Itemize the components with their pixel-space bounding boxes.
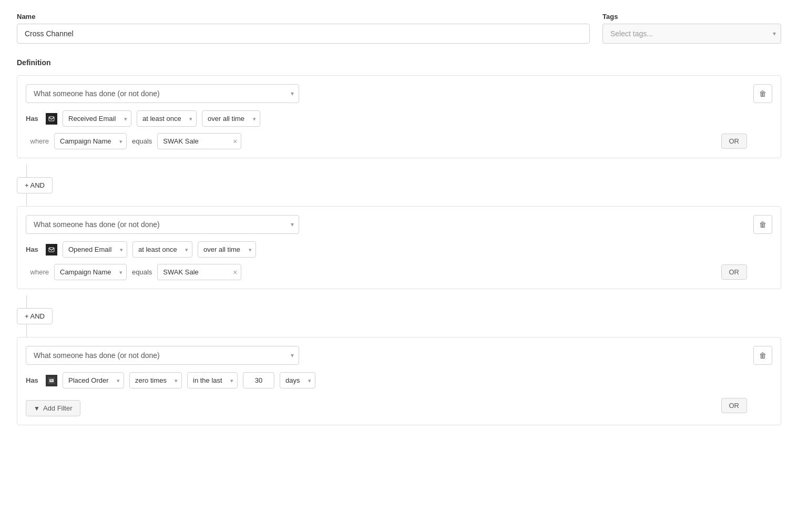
trash-icon-2: 🗑 bbox=[759, 220, 766, 229]
condition-3-or-btn[interactable]: OR bbox=[721, 398, 748, 413]
condition-3-event-wrapper: Placed Order bbox=[63, 372, 124, 388]
name-label: Name bbox=[17, 13, 590, 21]
condition-2-time-select[interactable]: over all time bbox=[198, 241, 256, 258]
tags-select[interactable]: Select tags... bbox=[602, 24, 781, 44]
tags-label: Tags bbox=[602, 13, 781, 21]
condition-3-event-select[interactable]: Placed Order bbox=[63, 372, 124, 388]
condition-1-value-wrapper: × bbox=[157, 133, 241, 149]
condition-1-has-row: Has Received Email bbox=[26, 110, 747, 127]
filter-icon: ▼ bbox=[34, 405, 40, 412]
condition-3-days-wrapper: days bbox=[280, 372, 315, 388]
condition-2-content: What someone has done (or not done) Has bbox=[26, 215, 747, 280]
condition-1-equals-label: equals bbox=[132, 137, 152, 145]
condition-1-prop-wrapper: Campaign Name bbox=[54, 133, 127, 149]
trash-icon-1: 🗑 bbox=[759, 89, 766, 98]
condition-2-event-wrapper: Opened Email bbox=[63, 241, 127, 258]
condition-2-prop-wrapper: Campaign Name bbox=[54, 264, 127, 280]
condition-2-value-wrapper: × bbox=[157, 264, 241, 280]
condition-1-freq-wrapper: at least once bbox=[137, 110, 197, 127]
condition-3-time-select[interactable]: in the last bbox=[187, 372, 238, 388]
condition-2-where-or-row: where Campaign Name equals × OR bbox=[26, 264, 747, 280]
condition-1-time-wrapper: over all time bbox=[202, 110, 260, 127]
condition-2-event-icon bbox=[46, 244, 57, 255]
condition-1-has-label: Has bbox=[26, 115, 40, 122]
condition-1-time-select[interactable]: over all time bbox=[202, 110, 260, 127]
condition-1-where-label: where bbox=[26, 137, 49, 145]
condition-3-freq-wrapper: zero times bbox=[129, 372, 182, 388]
condition-2-value-input[interactable] bbox=[157, 264, 241, 280]
name-field-group: Name bbox=[17, 13, 590, 44]
condition-1-where-left: where Campaign Name equals × bbox=[26, 133, 241, 149]
tags-field-group: Tags Select tags... bbox=[602, 13, 781, 44]
condition-3-has-label: Has bbox=[26, 376, 40, 384]
condition-2-prop-select[interactable]: Campaign Name bbox=[54, 264, 127, 280]
condition-1-value-input[interactable] bbox=[157, 133, 241, 149]
condition-3-icon-group bbox=[46, 375, 57, 386]
condition-3-freq-select[interactable]: zero times bbox=[129, 372, 182, 388]
condition-1-event-wrapper: Received Email bbox=[63, 110, 131, 127]
condition-3-time-wrapper: in the last bbox=[187, 372, 238, 388]
condition-2-where-label: where bbox=[26, 268, 49, 276]
condition-3-content: What someone has done (or not done) Has bbox=[26, 346, 747, 416]
add-filter-label: Add Filter bbox=[43, 404, 73, 412]
trash-icon-3: 🗑 bbox=[759, 351, 766, 360]
condition-3-has-row: Has Placed Order bbox=[26, 372, 747, 388]
condition-2-main-select[interactable]: What someone has done (or not done) bbox=[26, 215, 299, 234]
definition-label: Definition bbox=[17, 58, 781, 67]
and-btn-2[interactable]: + AND bbox=[17, 308, 53, 324]
name-input[interactable] bbox=[17, 24, 590, 44]
condition-3-number-input[interactable] bbox=[243, 372, 274, 388]
condition-2-main-wrapper: What someone has done (or not done) bbox=[26, 215, 299, 234]
condition-3-days-select[interactable]: days bbox=[280, 372, 315, 388]
condition-2-delete-btn[interactable]: 🗑 bbox=[753, 215, 772, 234]
condition-2-main-row: What someone has done (or not done) bbox=[26, 215, 747, 234]
connector-vert-1 bbox=[26, 165, 27, 177]
condition-1-content: What someone has done (or not done) Has bbox=[26, 84, 747, 149]
condition-2-time-wrapper: over all time bbox=[198, 241, 256, 258]
top-row: Name Tags Select tags... bbox=[17, 13, 781, 44]
tags-select-wrapper: Select tags... bbox=[602, 24, 781, 44]
condition-3-bottom-row: ▼ Add Filter OR bbox=[26, 395, 747, 416]
condition-1-main-select[interactable]: What someone has done (or not done) bbox=[26, 84, 299, 103]
condition-2-freq-wrapper: at least once bbox=[132, 241, 192, 258]
condition-1-main-wrapper: What someone has done (or not done) bbox=[26, 84, 299, 103]
connector-vert-3 bbox=[26, 295, 27, 308]
condition-3-event-icon bbox=[46, 375, 57, 386]
condition-2-clear-btn[interactable]: × bbox=[233, 268, 237, 277]
condition-block-2-inner: What someone has done (or not done) Has bbox=[26, 215, 772, 280]
condition-block-3-inner: What someone has done (or not done) Has bbox=[26, 346, 772, 416]
condition-1-main-row: What someone has done (or not done) bbox=[26, 84, 747, 103]
condition-1-where-or-row: where Campaign Name equals × OR bbox=[26, 133, 747, 149]
condition-1-clear-btn[interactable]: × bbox=[233, 137, 237, 146]
connector-vert-4 bbox=[26, 324, 27, 337]
condition-2-equals-label: equals bbox=[132, 268, 152, 276]
condition-2-has-row: Has Opened Email bbox=[26, 241, 747, 258]
condition-block-1: What someone has done (or not done) Has bbox=[17, 75, 781, 158]
condition-block-3: What someone has done (or not done) Has bbox=[17, 337, 781, 425]
condition-3-add-filter-btn[interactable]: ▼ Add Filter bbox=[26, 400, 80, 416]
condition-1-event-select[interactable]: Received Email bbox=[63, 110, 131, 127]
condition-2-or-btn[interactable]: OR bbox=[721, 264, 748, 280]
condition-2-freq-select[interactable]: at least once bbox=[132, 241, 192, 258]
condition-3-add-filter-group: ▼ Add Filter bbox=[26, 395, 80, 416]
condition-1-delete-btn[interactable]: 🗑 bbox=[753, 84, 772, 103]
condition-3-main-wrapper: What someone has done (or not done) bbox=[26, 346, 299, 365]
condition-1-icon-group bbox=[46, 113, 57, 125]
condition-block-2: What someone has done (or not done) Has bbox=[17, 206, 781, 289]
connector-vert-2 bbox=[26, 193, 27, 206]
condition-3-delete-btn[interactable]: 🗑 bbox=[753, 346, 772, 365]
condition-block-1-inner: What someone has done (or not done) Has bbox=[26, 84, 772, 149]
condition-1-event-icon bbox=[46, 113, 57, 125]
condition-2-where-left: where Campaign Name equals × bbox=[26, 264, 241, 280]
condition-2-event-select[interactable]: Opened Email bbox=[63, 241, 127, 258]
condition-1-prop-select[interactable]: Campaign Name bbox=[54, 133, 127, 149]
condition-1-freq-select[interactable]: at least once bbox=[137, 110, 197, 127]
condition-2-has-label: Has bbox=[26, 245, 40, 253]
condition-3-main-row: What someone has done (or not done) bbox=[26, 346, 747, 365]
condition-3-main-select[interactable]: What someone has done (or not done) bbox=[26, 346, 299, 365]
condition-1-or-btn[interactable]: OR bbox=[721, 134, 748, 149]
and-btn-1[interactable]: + AND bbox=[17, 177, 53, 193]
condition-2-icon-group bbox=[46, 244, 57, 255]
